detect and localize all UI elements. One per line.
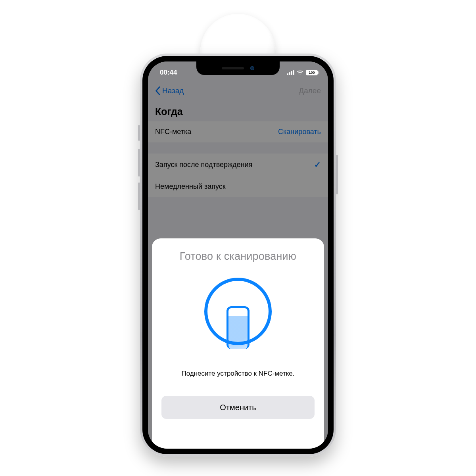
sheet-subtitle: Поднесите устройство к NFC-метке.	[181, 370, 294, 378]
status-time: 00:44	[160, 69, 177, 77]
battery-icon: 100	[306, 70, 319, 75]
cancel-button[interactable]: Отменить	[161, 396, 315, 419]
phone-bezel: Назад Далее Когда NFC-метка Сканировать	[142, 56, 334, 454]
stage: Назад Далее Когда NFC-метка Сканировать	[0, 0, 476, 476]
phone-screen: Назад Далее Когда NFC-метка Сканировать	[148, 61, 328, 449]
side-button	[336, 155, 338, 194]
nfc-scan-sheet: Готово к сканированию Поднесите устройст…	[152, 238, 324, 449]
cellular-icon	[287, 70, 294, 75]
nfc-scan-icon	[200, 274, 276, 349]
earpiece	[222, 67, 244, 69]
phone-frame: Назад Далее Когда NFC-метка Сканировать	[140, 54, 336, 457]
front-camera	[250, 66, 254, 70]
volume-down	[138, 182, 140, 210]
status-right: 100	[287, 70, 319, 75]
sheet-title: Готово к сканированию	[180, 250, 297, 263]
notch	[196, 61, 280, 75]
battery-level: 100	[307, 71, 317, 75]
volume-up	[138, 149, 140, 177]
mute-switch	[138, 125, 140, 141]
wifi-icon	[297, 70, 303, 75]
